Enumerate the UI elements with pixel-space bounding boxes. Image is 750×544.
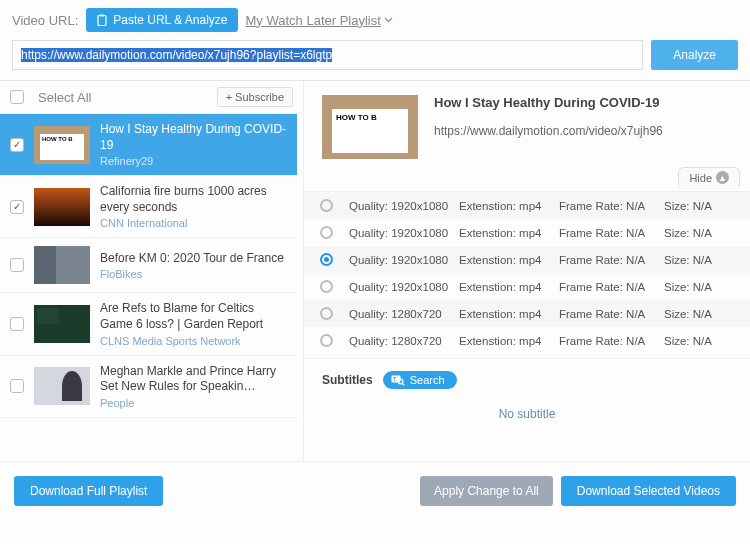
item-title: Before KM 0: 2020 Tour de France bbox=[100, 251, 287, 267]
quality-row[interactable]: Quality: 1280x720 Extenstion: mp4 Frame … bbox=[304, 327, 750, 354]
video-url-text: https://www.dailymotion.com/video/x7ujh9… bbox=[434, 124, 663, 138]
framerate-value: Frame Rate: N/A bbox=[559, 281, 664, 293]
quality-row[interactable]: Quality: 1920x1080 Extenstion: mp4 Frame… bbox=[304, 219, 750, 246]
quality-value: Quality: 1920x1080 bbox=[349, 227, 459, 239]
item-source: Refinery29 bbox=[100, 155, 287, 167]
size-value: Size: N/A bbox=[664, 200, 724, 212]
quality-row[interactable]: Quality: 1920x1080 Extenstion: mp4 Frame… bbox=[304, 192, 750, 219]
framerate-value: Frame Rate: N/A bbox=[559, 254, 664, 266]
quality-row[interactable]: Quality: 1920x1080 Extenstion: mp4 Frame… bbox=[304, 273, 750, 300]
item-thumbnail bbox=[34, 305, 90, 343]
item-title: California fire burns 1000 acres every s… bbox=[100, 184, 287, 215]
plus-icon: + bbox=[226, 91, 232, 103]
clipboard-icon bbox=[96, 14, 108, 27]
list-item[interactable]: Meghan Markle and Prince Harry Set New R… bbox=[0, 356, 297, 418]
size-value: Size: N/A bbox=[664, 227, 724, 239]
framerate-value: Frame Rate: N/A bbox=[559, 200, 664, 212]
quality-radio[interactable] bbox=[320, 253, 333, 266]
item-thumbnail bbox=[34, 188, 90, 226]
subtitles-label: Subtitles bbox=[322, 373, 373, 387]
chevron-down-icon bbox=[384, 17, 393, 23]
extension-value: Extenstion: mp4 bbox=[459, 335, 559, 347]
size-value: Size: N/A bbox=[664, 254, 724, 266]
size-value: Size: N/A bbox=[664, 335, 724, 347]
item-title: Are Refs to Blame for Celtics Game 6 los… bbox=[100, 301, 287, 332]
chevron-up-icon: ▲ bbox=[716, 171, 729, 184]
framerate-value: Frame Rate: N/A bbox=[559, 335, 664, 347]
item-title: Meghan Markle and Prince Harry Set New R… bbox=[100, 364, 287, 395]
item-checkbox[interactable] bbox=[10, 379, 24, 393]
item-source: CNN International bbox=[100, 217, 287, 229]
quality-row[interactable]: Quality: 1920x1080 Extenstion: mp4 Frame… bbox=[304, 246, 750, 273]
item-checkbox[interactable] bbox=[10, 138, 24, 152]
item-thumbnail bbox=[34, 126, 90, 164]
select-all-checkbox[interactable] bbox=[10, 90, 24, 104]
svg-text:T: T bbox=[393, 376, 396, 382]
hide-label: Hide bbox=[689, 172, 712, 184]
quality-value: Quality: 1920x1080 bbox=[349, 281, 459, 293]
paste-analyze-label: Paste URL & Analyze bbox=[113, 13, 227, 27]
analyze-button[interactable]: Analyze bbox=[651, 40, 738, 70]
search-subtitles-button[interactable]: T Search bbox=[383, 371, 457, 389]
svg-rect-0 bbox=[98, 15, 106, 25]
size-value: Size: N/A bbox=[664, 308, 724, 320]
hide-button[interactable]: Hide ▲ bbox=[678, 167, 740, 187]
watch-later-link[interactable]: My Watch Later Playlist bbox=[246, 13, 393, 28]
extension-value: Extenstion: mp4 bbox=[459, 281, 559, 293]
quality-radio[interactable] bbox=[320, 226, 333, 239]
apply-change-all-button[interactable]: Apply Change to All bbox=[420, 476, 553, 506]
extension-value: Extenstion: mp4 bbox=[459, 227, 559, 239]
watch-later-label: My Watch Later Playlist bbox=[246, 13, 381, 28]
subscribe-button[interactable]: + Subscribe bbox=[217, 87, 293, 107]
item-checkbox[interactable] bbox=[10, 258, 24, 272]
list-item[interactable]: California fire burns 1000 acres every s… bbox=[0, 176, 297, 238]
list-item[interactable]: Before KM 0: 2020 Tour de France FloBike… bbox=[0, 238, 297, 293]
extension-value: Extenstion: mp4 bbox=[459, 200, 559, 212]
quality-radio[interactable] bbox=[320, 307, 333, 320]
video-thumbnail-large bbox=[322, 95, 418, 159]
paste-analyze-button[interactable]: Paste URL & Analyze bbox=[86, 8, 237, 32]
size-value: Size: N/A bbox=[664, 281, 724, 293]
url-input[interactable]: https://www.dailymotion.com/video/x7ujh9… bbox=[12, 40, 643, 70]
quality-radio[interactable] bbox=[320, 280, 333, 293]
quality-radio[interactable] bbox=[320, 199, 333, 212]
item-checkbox[interactable] bbox=[10, 200, 24, 214]
item-thumbnail bbox=[34, 246, 90, 284]
download-full-playlist-button[interactable]: Download Full Playlist bbox=[14, 476, 163, 506]
extension-value: Extenstion: mp4 bbox=[459, 308, 559, 320]
quality-value: Quality: 1920x1080 bbox=[349, 200, 459, 212]
list-item[interactable]: Are Refs to Blame for Celtics Game 6 los… bbox=[0, 293, 297, 355]
item-source: FloBikes bbox=[100, 268, 287, 280]
svg-line-5 bbox=[402, 383, 404, 385]
item-title: How I Stay Healthy During COVID-19 bbox=[100, 122, 287, 153]
download-selected-button[interactable]: Download Selected Videos bbox=[561, 476, 736, 506]
list-item[interactable]: How I Stay Healthy During COVID-19 Refin… bbox=[0, 114, 297, 176]
quality-row[interactable]: Quality: 1280x720 Extenstion: mp4 Frame … bbox=[304, 300, 750, 327]
subscribe-label: Subscribe bbox=[235, 91, 284, 103]
quality-value: Quality: 1920x1080 bbox=[349, 254, 459, 266]
item-thumbnail bbox=[34, 367, 90, 405]
video-url-label: Video URL: bbox=[12, 13, 78, 28]
framerate-value: Frame Rate: N/A bbox=[559, 227, 664, 239]
search-label: Search bbox=[410, 374, 445, 386]
quality-value: Quality: 1280x720 bbox=[349, 308, 459, 320]
search-cc-icon: T bbox=[391, 375, 405, 386]
extension-value: Extenstion: mp4 bbox=[459, 254, 559, 266]
url-input-value: https://www.dailymotion.com/video/x7ujh9… bbox=[21, 48, 332, 62]
video-title: How I Stay Healthy During COVID-19 bbox=[434, 95, 663, 110]
framerate-value: Frame Rate: N/A bbox=[559, 308, 664, 320]
quality-value: Quality: 1280x720 bbox=[349, 335, 459, 347]
svg-rect-1 bbox=[100, 14, 104, 16]
item-checkbox[interactable] bbox=[10, 317, 24, 331]
select-all-label: Select All bbox=[38, 90, 207, 105]
quality-radio[interactable] bbox=[320, 334, 333, 347]
item-source: People bbox=[100, 397, 287, 409]
item-source: CLNS Media Sports Network bbox=[100, 335, 287, 347]
no-subtitle-text: No subtitle bbox=[304, 395, 750, 425]
